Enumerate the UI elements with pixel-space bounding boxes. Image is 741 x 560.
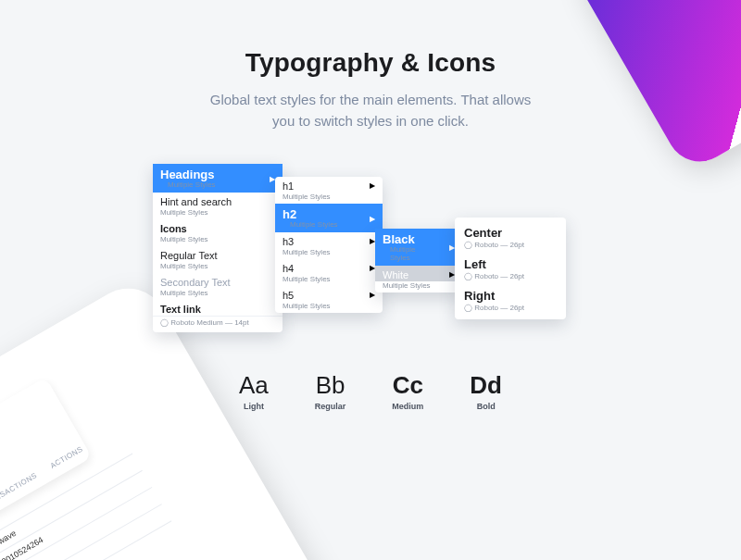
menu-item-hint[interactable]: Hint and search [153,193,283,208]
menu-panel-alignment[interactable]: Center ◯ Roboto — 26pt Left ◯ Roboto — 2… [455,218,566,319]
weight-light: Aa Light [239,371,269,411]
menu-item-regular[interactable]: Regular Text [153,246,283,262]
menu-item-textlink[interactable]: Text link [153,300,283,316]
chevron-right-icon: ▶ [370,182,375,190]
weight-medium: Cc Medium [392,371,423,411]
style-menus: Headings Multiple Styles ▶ Hint and sear… [153,164,588,358]
menu-item-white[interactable]: White ▶ [375,266,462,281]
align-option-center[interactable]: Center [455,221,566,241]
page-title: Typography & Icons [0,48,741,78]
menu-item-h2[interactable]: h2Multiple Styles ▶ [275,204,383,232]
align-option-left[interactable]: Left [455,253,566,272]
menu-item-h5[interactable]: h5 ▶ [275,286,383,302]
menu-item-icons[interactable]: Icons [153,219,283,235]
menu-panel-categories[interactable]: Headings Multiple Styles ▶ Hint and sear… [153,164,283,332]
hero-section: Typography & Icons Global text styles fo… [0,0,741,132]
menu-item-secondary[interactable]: Secondary Text [153,273,283,289]
menu-item-black[interactable]: BlackMultiple Styles ▶ [375,229,462,266]
align-option-right[interactable]: Right [455,284,566,304]
font-weight-samples: Aa Light Bb Regular Cc Medium Dd Bold [0,371,741,411]
menu-item-h4[interactable]: h4 ▶ [275,259,383,275]
menu-panel-colors[interactable]: BlackMultiple Styles ▶ White ▶ Multiple … [375,229,462,292]
chevron-right-icon: ▶ [370,216,375,223]
page-subtitle: Global text styles for the main elements… [0,89,741,132]
menu-item-headings[interactable]: Headings Multiple Styles ▶ [153,164,283,193]
weight-regular: Bb Regular [315,371,346,411]
menu-item-h1[interactable]: h1 ▶ [275,177,383,193]
menu-footer-meta: Roboto Medium — 14pt [153,316,283,332]
menu-panel-headings[interactable]: h1 ▶ Multiple Styles h2Multiple Styles ▶… [275,177,383,313]
menu-item-h3[interactable]: h3 ▶ [275,232,383,248]
chevron-right-icon: ▶ [370,292,375,299]
weight-bold: Dd Bold [470,371,502,411]
